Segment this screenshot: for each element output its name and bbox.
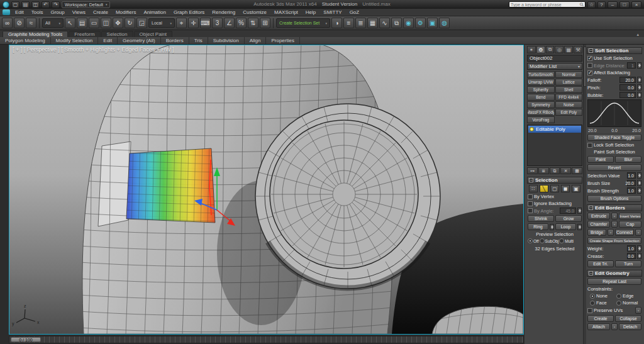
border-subobject-icon[interactable]: ▢ bbox=[550, 185, 559, 192]
detach-button[interactable]: Detach bbox=[619, 323, 641, 330]
selection-rollout-header[interactable]: − Selection bbox=[527, 177, 582, 184]
cap-button[interactable]: Cap bbox=[619, 221, 641, 228]
edge-distance-checkbox[interactable] bbox=[587, 63, 592, 68]
workspace-selector[interactable]: Workspace: Default ▾ bbox=[62, 1, 110, 8]
loop-spinner[interactable] bbox=[577, 224, 582, 230]
percent-snap-icon[interactable]: % bbox=[236, 18, 247, 28]
constraint-none-radio[interactable] bbox=[590, 294, 595, 299]
turn-button[interactable]: Turn bbox=[615, 260, 641, 267]
selection-value-spinner[interactable] bbox=[637, 172, 641, 179]
curve-editor-icon[interactable]: ∿ bbox=[379, 18, 390, 28]
modifier-button[interactable]: FFD 4x4x4 bbox=[555, 94, 583, 101]
ribbon-panel[interactable]: Geometry (All) bbox=[118, 37, 161, 44]
polygon-subobject-icon[interactable]: ◼ bbox=[561, 185, 570, 192]
falloff-spinner[interactable] bbox=[637, 77, 641, 83]
panel-scrollbar[interactable] bbox=[583, 45, 586, 344]
brush-strength-spinner[interactable] bbox=[637, 187, 641, 194]
ribbon-panel[interactable]: Borders bbox=[161, 37, 189, 44]
schematic-view-icon[interactable]: ⧉ bbox=[391, 18, 402, 28]
reference-coordinate-dropdown[interactable]: Local ▾ bbox=[148, 18, 175, 28]
by-angle-checkbox[interactable] bbox=[528, 208, 533, 213]
ribbon-panel[interactable]: Align bbox=[245, 37, 267, 44]
brush-strength-field[interactable]: 1.0 bbox=[627, 187, 636, 194]
modifier-stack[interactable]: Editable Poly bbox=[527, 125, 582, 166]
open-file-icon[interactable]: ▤ bbox=[21, 1, 30, 8]
brush-size-field[interactable]: 20.0 bbox=[627, 180, 636, 186]
tab-object-paint[interactable]: Object Paint bbox=[134, 31, 173, 37]
3dsmax-logo-icon[interactable] bbox=[3, 1, 9, 8]
modifier-button[interactable]: Normal bbox=[555, 71, 583, 78]
edit-named-selections-icon[interactable]: ⊞ bbox=[260, 18, 270, 28]
goggle-mesh[interactable] bbox=[255, 104, 440, 289]
show-end-result-icon[interactable]: ≣ bbox=[538, 167, 549, 174]
grow-button[interactable]: Grow bbox=[555, 215, 582, 222]
preserve-uvs-settings-icon[interactable]: ▫ bbox=[635, 307, 641, 314]
scrollbar-thumb[interactable] bbox=[584, 47, 586, 87]
modifier-button[interactable]: Shell bbox=[555, 86, 583, 93]
align-icon[interactable]: ≡ bbox=[343, 18, 354, 28]
snaps-toggle-icon[interactable]: 3 bbox=[212, 18, 223, 28]
viewport-3d-scene[interactable]: x y z bbox=[9, 45, 523, 334]
brush-options-button[interactable]: Brush Options bbox=[587, 195, 641, 202]
modifier-button[interactable]: VoroFrag bbox=[527, 116, 555, 123]
blur-button[interactable]: Blur bbox=[615, 156, 641, 163]
select-and-link-icon[interactable]: ∞ bbox=[2, 18, 13, 28]
render-production-icon[interactable]: ◍ bbox=[439, 18, 450, 28]
minimize-button[interactable]: – bbox=[608, 1, 618, 8]
preview-multi-radio[interactable] bbox=[559, 238, 564, 243]
modifier-button[interactable]: Bend bbox=[527, 94, 555, 101]
remove-modifier-icon[interactable]: ✕ bbox=[560, 167, 571, 174]
ignore-backfacing-checkbox[interactable] bbox=[528, 201, 533, 206]
modifier-button[interactable]: MassFX RBody bbox=[527, 109, 555, 116]
keyboard-override-icon[interactable]: ⌨ bbox=[200, 18, 211, 28]
menu-item[interactable]: Customize bbox=[239, 9, 270, 15]
selection-region-icon[interactable]: ▭ bbox=[89, 18, 99, 28]
bubble-spinner[interactable] bbox=[637, 92, 641, 98]
modifier-button[interactable]: Lattice bbox=[555, 79, 583, 86]
infocenter-search[interactable]: ⚲ bbox=[509, 1, 586, 8]
select-and-rotate-icon[interactable]: ↻ bbox=[125, 18, 135, 28]
select-by-name-icon[interactable]: ▤ bbox=[77, 18, 87, 28]
unlink-selection-icon[interactable]: ⊘ bbox=[14, 18, 25, 28]
weight-field[interactable]: 1.0 bbox=[627, 245, 636, 252]
ribbon-panel[interactable]: Subdivision bbox=[208, 37, 245, 44]
menu-item[interactable]: Help bbox=[302, 9, 319, 15]
menu-item[interactable]: Modifiers bbox=[112, 9, 140, 15]
modifier-button[interactable]: Unwrap UVW bbox=[527, 79, 555, 86]
application-menu-icon[interactable] bbox=[3, 9, 10, 15]
connect-settings-icon[interactable]: ▫ bbox=[635, 229, 641, 236]
menu-item[interactable]: SMITTY bbox=[319, 9, 345, 15]
insert-vertex-button[interactable]: Insert Vertex bbox=[619, 213, 641, 219]
preserve-uvs-checkbox[interactable] bbox=[587, 308, 592, 313]
rendered-frame-icon[interactable]: ▣ bbox=[427, 18, 438, 28]
select-object-icon[interactable]: ↖ bbox=[65, 18, 75, 28]
modifier-enable-icon[interactable] bbox=[530, 127, 534, 131]
edit-tri-button[interactable]: Edit Tri. bbox=[587, 260, 614, 267]
rollout-collapse-icon[interactable]: − bbox=[589, 206, 593, 210]
affect-backfacing-checkbox[interactable] bbox=[587, 70, 592, 75]
help-icon[interactable]: ? bbox=[597, 1, 606, 8]
bridge-button[interactable]: Bridge bbox=[587, 229, 606, 236]
undo-icon[interactable]: ↶ bbox=[42, 1, 50, 8]
extrude-settings-icon[interactable]: ▫ bbox=[611, 213, 618, 219]
mirror-icon[interactable]: ◑ bbox=[331, 18, 342, 28]
utilities-tab-icon[interactable]: ⚒ bbox=[574, 46, 582, 53]
soft-selection-band[interactable] bbox=[124, 140, 217, 230]
menu-item[interactable]: Rendering bbox=[208, 9, 239, 15]
modifier-button[interactable]: Noise bbox=[555, 101, 583, 108]
create-button[interactable]: Create bbox=[587, 315, 614, 322]
redo-icon[interactable]: ↷ bbox=[52, 1, 60, 8]
crease-spinner[interactable] bbox=[637, 253, 641, 259]
menu-item[interactable]: GoZ bbox=[346, 9, 364, 15]
make-unique-icon[interactable]: ⧉ bbox=[550, 167, 560, 174]
tab-graphite-modeling-tools[interactable]: Graphite Modeling Tools bbox=[3, 31, 68, 37]
favorites-icon[interactable]: ☆ bbox=[587, 1, 596, 8]
menu-item[interactable]: Tools bbox=[28, 9, 47, 15]
pinch-spinner[interactable] bbox=[637, 84, 641, 91]
time-slider[interactable]: 0 / 100 bbox=[9, 336, 524, 343]
soft-selection-rollout-header[interactable]: − Soft Selection bbox=[587, 47, 642, 54]
angle-snap-icon[interactable]: ∠ bbox=[224, 18, 235, 28]
menu-item[interactable]: Views bbox=[69, 9, 89, 15]
ribbon-panel[interactable]: Edit bbox=[98, 37, 118, 44]
bridge-settings-icon[interactable]: ▫ bbox=[608, 229, 614, 236]
